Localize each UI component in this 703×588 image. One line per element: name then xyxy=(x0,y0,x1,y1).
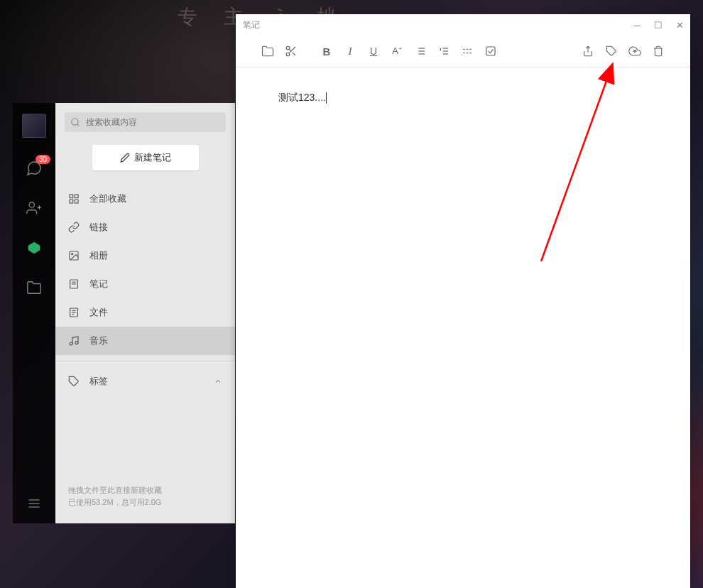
category-music[interactable]: 音乐 xyxy=(55,327,235,355)
maximize-button[interactable]: ☐ xyxy=(648,14,669,36)
new-note-label: 新建笔记 xyxy=(134,151,171,164)
tag-icon xyxy=(606,45,617,57)
scissors-icon xyxy=(285,45,298,58)
text-cursor xyxy=(326,92,327,104)
tags-item[interactable]: 标签 xyxy=(55,367,235,396)
ordered-list-icon xyxy=(438,45,449,57)
svg-point-21 xyxy=(70,342,72,345)
minimize-button[interactable]: ─ xyxy=(626,14,648,36)
checkbox-icon xyxy=(485,45,496,57)
svg-line-27 xyxy=(293,53,295,55)
category-photos[interactable]: 相册 xyxy=(55,241,235,270)
link-icon xyxy=(68,222,80,233)
category-label: 音乐 xyxy=(89,334,108,347)
avatar[interactable] xyxy=(22,114,46,138)
cut-button[interactable] xyxy=(280,40,302,62)
tag-button[interactable] xyxy=(601,40,622,62)
storage-hint: 拖拽文件至此直接新建收藏 xyxy=(68,484,222,497)
svg-point-13 xyxy=(72,254,73,255)
font-icon: A+ xyxy=(392,45,401,56)
bullet-list-button[interactable] xyxy=(410,40,431,62)
chevron-up-icon xyxy=(214,377,222,386)
svg-point-6 xyxy=(72,119,78,125)
category-label: 文件 xyxy=(89,306,108,319)
italic-button[interactable]: I xyxy=(339,40,361,62)
svg-point-24 xyxy=(286,46,290,50)
chat-icon[interactable]: 30 xyxy=(25,159,43,178)
cloud-upload-icon xyxy=(628,45,641,58)
files-icon[interactable] xyxy=(25,278,43,297)
file-icon xyxy=(68,307,80,318)
toolbar: B I U A+ xyxy=(236,36,690,67)
bold-button[interactable]: B xyxy=(316,40,337,62)
svg-rect-44 xyxy=(486,47,495,55)
tag-icon xyxy=(68,376,80,387)
bold-icon: B xyxy=(323,45,331,58)
fontsize-button[interactable]: A+ xyxy=(386,40,408,62)
svg-point-22 xyxy=(75,342,78,344)
note-window: 笔记 ─ ☐ ✕ B I U A+ 测试123.... xyxy=(236,14,690,588)
trash-icon xyxy=(653,45,664,57)
music-icon xyxy=(68,335,80,347)
grid-icon xyxy=(68,193,80,205)
titlebar[interactable]: 笔记 ─ ☐ ✕ xyxy=(236,14,690,36)
category-all[interactable]: 全部收藏 xyxy=(55,185,235,213)
category-label: 笔记 xyxy=(89,278,108,290)
close-button[interactable]: ✕ xyxy=(669,14,690,36)
menu-icon[interactable] xyxy=(25,494,43,513)
folder-button[interactable] xyxy=(257,40,278,62)
category-label: 全部收藏 xyxy=(89,192,126,205)
search-icon xyxy=(70,117,80,127)
category-links[interactable]: 链接 xyxy=(55,213,235,241)
search-box xyxy=(65,112,226,132)
new-note-button[interactable]: 新建笔记 xyxy=(92,145,199,170)
italic-icon: I xyxy=(349,45,352,58)
tags-label: 标签 xyxy=(89,375,108,388)
category-files[interactable]: 文件 xyxy=(55,298,235,327)
chat-badge: 30 xyxy=(36,155,50,164)
editor-content: 测试123.... xyxy=(278,92,326,103)
svg-rect-10 xyxy=(75,200,78,203)
favorites-icon[interactable] xyxy=(25,239,43,257)
svg-rect-9 xyxy=(75,195,78,198)
editor-area[interactable]: 测试123.... xyxy=(236,67,690,588)
svg-rect-8 xyxy=(70,195,73,198)
svg-line-7 xyxy=(77,124,80,126)
underline-icon: U xyxy=(370,45,377,57)
delete-button[interactable] xyxy=(648,40,669,62)
svg-point-25 xyxy=(286,53,290,56)
note-icon xyxy=(68,278,80,290)
checkbox-button[interactable] xyxy=(480,40,501,62)
edit-icon xyxy=(120,153,130,163)
folder-icon xyxy=(261,45,274,58)
number-list-button[interactable] xyxy=(433,40,454,62)
favorites-panel: 新建笔记 全部收藏 链接 相册 笔记 文件 音乐 xyxy=(55,103,235,523)
underline-button[interactable]: U xyxy=(363,40,384,62)
image-icon xyxy=(68,250,80,261)
share-button[interactable] xyxy=(577,40,599,62)
category-list: 全部收藏 链接 相册 笔记 文件 音乐 标签 xyxy=(55,185,235,396)
category-label: 链接 xyxy=(89,221,108,234)
contacts-icon[interactable] xyxy=(25,199,43,217)
svg-point-0 xyxy=(29,202,34,207)
cloud-upload-button[interactable] xyxy=(624,40,645,62)
divider xyxy=(55,361,235,361)
svg-rect-11 xyxy=(70,200,73,203)
category-label: 相册 xyxy=(89,249,108,262)
svg-line-28 xyxy=(289,49,291,51)
hr-icon xyxy=(462,45,473,57)
storage-info: 拖拽文件至此直接新建收藏 已使用53.2M，总可用2.0G xyxy=(55,474,235,523)
search-input[interactable] xyxy=(65,112,226,132)
category-notes[interactable]: 笔记 xyxy=(55,270,235,298)
divider-button[interactable] xyxy=(457,40,478,62)
list-icon xyxy=(415,45,426,57)
storage-usage: 已使用53.2M，总可用2.0G xyxy=(68,496,222,509)
share-icon xyxy=(582,45,594,57)
window-title: 笔记 xyxy=(243,19,260,31)
app-sidebar: 30 xyxy=(13,103,55,523)
